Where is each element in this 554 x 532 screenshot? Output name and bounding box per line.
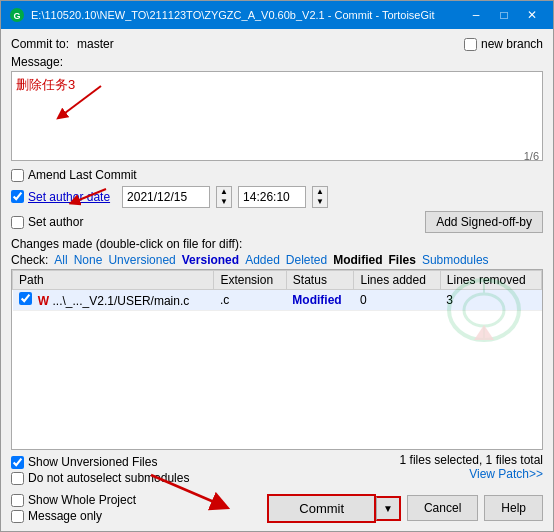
set-author-checkbox[interactable] — [11, 216, 24, 229]
filter-none[interactable]: None — [74, 253, 103, 267]
do-not-autoselect-row: Do not autoselect submodules — [11, 471, 189, 485]
file-lines-added: 0 — [354, 290, 440, 311]
time-down-btn[interactable]: ▼ — [313, 197, 327, 207]
action-bar: Show Whole Project Message only Co — [11, 493, 543, 523]
bottom-section: Show Unversioned Files Do not autoselect… — [11, 453, 543, 485]
message-only-checkbox[interactable] — [11, 510, 24, 523]
date-input[interactable] — [122, 186, 210, 208]
file-table-wrapper: Path Extension Status Lines added Lines … — [11, 269, 543, 450]
col-status: Status — [286, 271, 354, 290]
set-author-row: Set author — [11, 215, 83, 229]
title-bar: G E:\110520.10\NEW_TO\211123TO\ZYGZC_A_V… — [1, 1, 553, 29]
message-counter: 1/6 — [524, 150, 539, 162]
action-bar-left: Show Whole Project Message only — [11, 493, 136, 523]
message-only-row: Message only — [11, 509, 136, 523]
maximize-button[interactable]: □ — [491, 5, 517, 25]
show-unversioned-checkbox[interactable] — [11, 456, 24, 469]
message-only-label: Message only — [28, 509, 102, 523]
filter-unversioned[interactable]: Unversioned — [108, 253, 175, 267]
file-status: Modified — [286, 290, 354, 311]
set-author-date-checkbox[interactable] — [11, 190, 24, 203]
changes-section: Changes made (double-click on file for d… — [11, 237, 543, 485]
message-section: Message: 删除任务3 1/6 — [11, 55, 543, 164]
svg-marker-10 — [474, 325, 494, 340]
show-unversioned-label: Show Unversioned Files — [28, 455, 157, 469]
date-spinner[interactable]: ▲ ▼ — [216, 186, 232, 208]
do-not-autoselect-label: Do not autoselect submodules — [28, 471, 189, 485]
set-author-label: Set author — [28, 215, 83, 229]
new-branch-label: new branch — [481, 37, 543, 51]
filter-files[interactable]: Files — [389, 253, 416, 267]
help-button[interactable]: Help — [484, 495, 543, 521]
file-path: ...\_..._V2.1/USER/main.c — [53, 294, 190, 308]
check-label: Check: — [11, 253, 48, 267]
file-checkbox[interactable] — [19, 292, 32, 305]
date-down-btn[interactable]: ▼ — [217, 197, 231, 207]
svg-text:G: G — [13, 11, 20, 21]
commit-button[interactable]: Commit — [267, 494, 376, 523]
amend-checkbox[interactable] — [11, 169, 24, 182]
minimize-button[interactable]: – — [463, 5, 489, 25]
filter-added[interactable]: Added — [245, 253, 280, 267]
new-branch-checkbox[interactable] — [464, 38, 477, 51]
filter-deleted[interactable]: Deleted — [286, 253, 327, 267]
filter-all[interactable]: All — [54, 253, 67, 267]
do-not-autoselect-checkbox[interactable] — [11, 472, 24, 485]
set-author-date-row: Set author date — [11, 190, 110, 204]
filter-modified[interactable]: Modified — [333, 253, 382, 267]
files-info-section: 1 files selected, 1 files total View Pat… — [400, 453, 543, 481]
message-label: Message: — [11, 55, 543, 69]
table-row[interactable]: W ...\_..._V2.1/USER/main.c .c Modified … — [13, 290, 542, 311]
commit-to-row: Commit to: master new branch — [11, 37, 543, 51]
commit-to-label: Commit to: — [11, 37, 69, 51]
file-path-cell: W ...\_..._V2.1/USER/main.c — [13, 290, 214, 311]
changes-header: Changes made (double-click on file for d… — [11, 237, 543, 251]
view-patch-link[interactable]: View Patch>> — [400, 467, 543, 481]
amend-label: Amend Last Commit — [28, 168, 137, 182]
set-author-date-label: Set author date — [28, 190, 110, 204]
commit-btn-group: Commit ▼ — [267, 494, 401, 523]
col-lines-added: Lines added — [354, 271, 440, 290]
col-lines-removed: Lines removed — [440, 271, 541, 290]
file-extension: .c — [214, 290, 286, 311]
show-unversioned-row: Show Unversioned Files — [11, 455, 189, 469]
new-branch-option: new branch — [464, 37, 543, 51]
branch-name: master — [77, 37, 114, 51]
amend-row: Amend Last Commit — [11, 168, 543, 182]
time-up-btn[interactable]: ▲ — [313, 187, 327, 197]
col-extension: Extension — [214, 271, 286, 290]
action-buttons: Commit ▼ Cancel Help — [267, 494, 543, 523]
add-signed-off-button[interactable]: Add Signed-off-by — [425, 211, 543, 233]
message-area-wrapper: 删除任务3 1/6 — [11, 71, 543, 164]
cancel-button[interactable]: Cancel — [407, 495, 478, 521]
filter-row: Check: All None Unversioned Versioned Ad… — [11, 253, 543, 267]
col-path: Path — [13, 271, 214, 290]
file-table: Path Extension Status Lines added Lines … — [12, 270, 542, 311]
close-button[interactable]: ✕ — [519, 5, 545, 25]
show-whole-project-checkbox[interactable] — [11, 494, 24, 507]
time-input[interactable] — [238, 186, 306, 208]
file-icon: W — [38, 294, 49, 308]
file-lines-removed: 3 — [440, 290, 541, 311]
message-textarea[interactable]: 删除任务3 — [11, 71, 543, 161]
filter-versioned[interactable]: Versioned — [182, 253, 239, 267]
main-window: G E:\110520.10\NEW_TO\211123TO\ZYGZC_A_V… — [0, 0, 554, 532]
options-section: Amend Last Commit Set author date — [11, 168, 543, 233]
commit-dropdown-button[interactable]: ▼ — [376, 496, 401, 521]
filter-submodules[interactable]: Submodules — [422, 253, 489, 267]
show-whole-project-label: Show Whole Project — [28, 493, 136, 507]
date-up-btn[interactable]: ▲ — [217, 187, 231, 197]
show-whole-project-row: Show Whole Project — [11, 493, 136, 507]
files-selected-info: 1 files selected, 1 files total — [400, 453, 543, 467]
time-spinner[interactable]: ▲ ▼ — [312, 186, 328, 208]
bottom-checkboxes: Show Unversioned Files Do not autoselect… — [11, 455, 189, 485]
window-title: E:\110520.10\NEW_TO\211123TO\ZYGZC_A_V0.… — [31, 9, 435, 21]
app-icon: G — [9, 7, 25, 23]
main-content: Commit to: master new branch Message: 删除… — [1, 29, 553, 531]
